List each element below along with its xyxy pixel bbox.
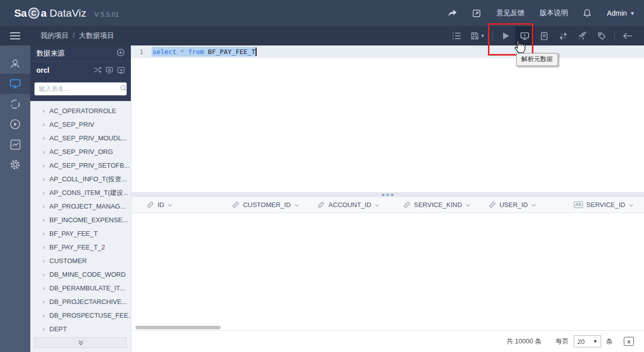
table-list-item[interactable]: › AC_SEP_PRIV_MOUDL...: [30, 131, 131, 145]
column-menu-icon[interactable]: [531, 201, 536, 209]
feedback-link[interactable]: 意见反馈: [496, 9, 524, 18]
table-list-item[interactable]: › AC_SEP_PRIV: [30, 118, 131, 131]
panel-splitter[interactable]: [131, 192, 644, 197]
chevron-right-icon[interactable]: ›: [42, 271, 45, 278]
chevron-right-icon[interactable]: ›: [42, 148, 45, 156]
table-list-item[interactable]: › AC_OPERATORROLE: [30, 104, 131, 118]
column-header[interactable]: Ab CUSTOMER_ID: [217, 201, 302, 209]
chevron-right-icon[interactable]: ›: [42, 326, 45, 333]
table-list-item[interactable]: › AP_COLL_INFO_T(投资...: [30, 172, 131, 186]
table-name: CUSTOMER: [49, 257, 87, 265]
column-menu-icon[interactable]: [168, 201, 172, 209]
table-name: AC_SEP_PRIV_MOUDL...: [49, 134, 127, 142]
column-header[interactable]: Ab ACCOUNT_ID: [302, 201, 387, 209]
table-list-item[interactable]: › AC_SEP_PRIV_ORG: [30, 145, 131, 159]
horizontal-scrollbar[interactable]: [131, 325, 644, 331]
bell-icon[interactable]: [583, 9, 591, 18]
chevron-right-icon[interactable]: ›: [42, 121, 45, 128]
column-menu-icon[interactable]: [629, 201, 633, 209]
column-header[interactable]: Ab SERVICE_ID: [559, 201, 644, 209]
table-list-item[interactable]: › DB_MINE_CODE_WORD: [30, 268, 131, 281]
table-list-item[interactable]: › DEPT: [30, 322, 131, 334]
table-list-item[interactable]: › BF_PAY_FEE_T_2: [30, 240, 131, 254]
panel-title: 数据来源: [36, 49, 65, 58]
chevron-right-icon[interactable]: ›: [42, 135, 45, 142]
datasource-name: orcl: [36, 66, 49, 74]
script-icon[interactable]: [534, 26, 554, 45]
task-list-icon[interactable]: [447, 26, 466, 45]
results-header: Ab ID Ab CUSTOMER_ID: [131, 197, 644, 213]
sidebar-item-jobs[interactable]: [0, 94, 30, 114]
table-list-item[interactable]: › DB_PROSPECTUSE_FEE...: [30, 309, 131, 322]
sidebar-item-datasets[interactable]: [0, 74, 30, 94]
menu-icon[interactable]: [0, 32, 30, 40]
column-header[interactable]: Ab SERVICE_KIND: [388, 201, 473, 209]
chevron-right-icon[interactable]: ›: [42, 312, 45, 319]
export-excel-icon[interactable]: x: [624, 337, 634, 346]
datasource-row[interactable]: orcl: [30, 62, 131, 79]
rocket-icon[interactable]: [573, 26, 592, 45]
editor-line-1[interactable]: 1 select * from BF_PAY_FEE_T: [131, 45, 644, 58]
chevron-right-icon[interactable]: ›: [42, 298, 45, 306]
back-arrow-icon[interactable]: [618, 26, 637, 45]
user-menu[interactable]: Admin ▼: [607, 9, 635, 17]
release-notes-link[interactable]: 版本说明: [539, 9, 568, 18]
table-name: AC_SEP_PRIV_ORG: [49, 148, 113, 156]
screen-import-icon[interactable]: [117, 67, 125, 74]
sidebar-item-charts[interactable]: [0, 134, 30, 155]
chevron-right-icon[interactable]: ›: [42, 176, 45, 183]
unit-label: 条: [606, 337, 613, 346]
table-name: DB_PROJECTARCHIVE...: [49, 298, 127, 306]
table-list-item[interactable]: › CUSTOMER: [30, 254, 131, 268]
app-sidebar: [0, 45, 30, 352]
external-link-icon[interactable]: [472, 9, 481, 18]
table-list-item[interactable]: › BF_PAY_FEE_T: [30, 227, 131, 240]
table-list-item[interactable]: › DB_PERAMBULATE_IT...: [30, 281, 131, 295]
sidebar-item-run[interactable]: [0, 114, 30, 134]
chevron-right-icon[interactable]: ›: [42, 244, 45, 251]
chevron-right-icon[interactable]: ›: [42, 189, 45, 196]
run-query-button[interactable]: [496, 26, 515, 45]
chevron-right-icon[interactable]: ›: [42, 285, 45, 292]
sql-editor[interactable]: 1 select * from BF_PAY_FEE_T: [131, 45, 644, 192]
chevron-right-icon[interactable]: ›: [42, 230, 45, 237]
swap-icon[interactable]: [554, 26, 573, 45]
table-list-item[interactable]: › DB_PROJECTARCHIVE...: [30, 295, 131, 309]
page-size-select[interactable]: 20 ▼: [574, 335, 601, 347]
sidebar-item-users[interactable]: [0, 54, 30, 74]
column-header[interactable]: Ab USER_ID: [473, 201, 559, 209]
table-list-item[interactable]: › BF_INCOME_EXPENSE...: [30, 213, 131, 227]
sql-keyword: from: [188, 48, 204, 56]
share-icon[interactable]: [448, 9, 457, 18]
table-list-item[interactable]: › AC_SEP_PRIV_SETOFB...: [30, 159, 131, 172]
per-page-label: 每页: [556, 337, 569, 346]
chevron-right-icon[interactable]: ›: [42, 203, 45, 210]
sql-operator: *: [180, 48, 184, 56]
tag-icon[interactable]: [592, 26, 611, 45]
chevron-right-icon[interactable]: ›: [42, 162, 45, 169]
chevron-right-icon[interactable]: ›: [42, 258, 45, 265]
parse-metadata-button[interactable]: [515, 26, 534, 45]
table-list-item[interactable]: › AP_PROJECT_MANAG...: [30, 199, 131, 213]
save-button[interactable]: ▼: [466, 26, 489, 45]
sidebar-item-settings[interactable]: [0, 155, 30, 175]
column-header[interactable]: Ab ID: [131, 201, 217, 209]
breadcrumb-root[interactable]: 我的项目: [40, 31, 69, 40]
column-menu-icon[interactable]: [375, 201, 379, 209]
column-menu-icon[interactable]: [294, 201, 299, 209]
chevron-right-icon[interactable]: ›: [42, 217, 45, 224]
screen-comment-icon[interactable]: [106, 67, 113, 74]
add-datasource-icon[interactable]: [117, 48, 125, 58]
breadcrumb-current: 大数据项目: [79, 31, 114, 40]
shuffle-icon[interactable]: [94, 67, 102, 74]
table-name: AP_COLL_INFO_T(投资...: [49, 175, 127, 184]
table-search-input[interactable]: [39, 85, 120, 92]
column-menu-icon[interactable]: [466, 201, 470, 209]
collapse-panel-button[interactable]: [34, 337, 127, 348]
scrollbar-thumb[interactable]: [135, 326, 221, 329]
chevron-right-icon[interactable]: ›: [42, 108, 45, 115]
column-name: USER_ID: [500, 201, 528, 209]
table-list-item[interactable]: › AP_CONS_ITEM_T(建设...: [30, 186, 131, 199]
table-name: AC_OPERATORROLE: [49, 107, 116, 115]
table-name: DB_PROSPECTUSE_FEE...: [49, 312, 131, 319]
